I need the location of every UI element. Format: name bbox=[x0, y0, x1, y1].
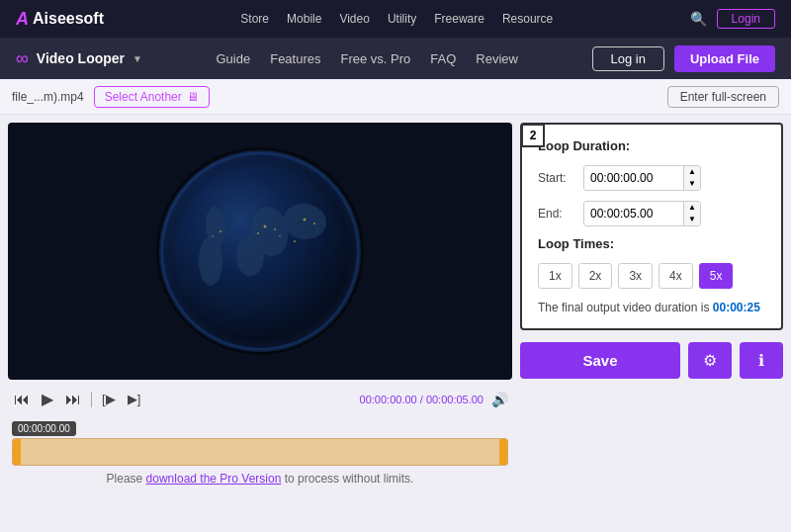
earth-svg bbox=[151, 142, 369, 360]
nav-free-vs-pro[interactable]: Free vs. Pro bbox=[341, 51, 411, 66]
loop-3x-button[interactable]: 3x bbox=[618, 263, 653, 289]
video-controls: ⏮ ▶ ⏭ [▶ ▶] 00:00:00.00 / 00:00:05.00 🔊 bbox=[8, 386, 512, 412]
loop-times-section: Loop Times: 1x 2x 3x 4x 5x bbox=[538, 236, 765, 289]
top-nav-links: Store Mobile Video Utility Freeware Reso… bbox=[240, 12, 553, 26]
mark-out-button[interactable]: ▶] bbox=[126, 390, 143, 408]
app-title: Video Looper bbox=[37, 50, 125, 66]
play-button[interactable]: ▶ bbox=[40, 388, 55, 410]
step-badge: 2 bbox=[521, 124, 545, 147]
total-time: 00:00:05.00 bbox=[426, 394, 483, 405]
loop-4x-button[interactable]: 4x bbox=[659, 263, 693, 289]
login-button-2[interactable]: Log in bbox=[592, 46, 664, 71]
select-another-label: Select Another bbox=[105, 90, 182, 104]
nav-review[interactable]: Review bbox=[476, 51, 518, 66]
start-spinners: ▲ ▼ bbox=[683, 166, 700, 190]
loop-2x-button[interactable]: 2x bbox=[578, 263, 613, 289]
control-divider bbox=[91, 392, 92, 407]
loop-times-buttons: 1x 2x 3x 4x 5x bbox=[538, 263, 765, 289]
loop-5x-button[interactable]: 5x bbox=[699, 263, 734, 289]
loop-settings-box: 2 Loop Duration: Start: ▲ ▼ End: ▲ bbox=[520, 123, 783, 330]
nav-faq[interactable]: FAQ bbox=[430, 51, 456, 66]
skip-back-button[interactable]: ⏮ bbox=[12, 389, 32, 410]
start-input-wrap: ▲ ▼ bbox=[583, 165, 701, 191]
right-panel: 2 Loop Duration: Start: ▲ ▼ End: ▲ bbox=[520, 123, 783, 524]
settings-icon-button[interactable]: ⚙ bbox=[688, 342, 732, 379]
top-nav-right: 🔍 Login bbox=[690, 9, 775, 29]
video-panel: ⏮ ▶ ⏭ [▶ ▶] 00:00:00.00 / 00:00:05.00 🔊 … bbox=[8, 123, 512, 524]
pro-notice-suffix: to process without limits. bbox=[281, 472, 413, 486]
monitor-icon: 🖥 bbox=[187, 90, 199, 104]
select-another-button[interactable]: Select Another 🖥 bbox=[94, 86, 210, 108]
end-spin-down[interactable]: ▼ bbox=[684, 214, 700, 225]
second-nav-left: ∞ Video Looper ▼ bbox=[16, 48, 142, 69]
logo: A Aiseesoft bbox=[16, 9, 104, 30]
end-label: End: bbox=[538, 207, 575, 221]
output-text: The final output video duration is bbox=[538, 301, 709, 314]
start-row: Start: ▲ ▼ bbox=[538, 165, 765, 191]
timeline-track[interactable] bbox=[12, 438, 508, 466]
nav-utility[interactable]: Utility bbox=[388, 12, 416, 26]
file-name: file_...m).mp4 bbox=[12, 90, 84, 104]
login-button[interactable]: Login bbox=[717, 9, 775, 29]
nav-store[interactable]: Store bbox=[240, 12, 269, 26]
search-icon[interactable]: 🔍 bbox=[690, 11, 707, 27]
info-icon-button[interactable]: ℹ bbox=[740, 342, 783, 379]
nav-video[interactable]: Video bbox=[339, 12, 369, 26]
nav-resource[interactable]: Resource bbox=[502, 12, 553, 26]
main-toolbar: file_...m).mp4 Select Another 🖥 Enter fu… bbox=[0, 79, 791, 115]
top-nav: A Aiseesoft Store Mobile Video Utility F… bbox=[0, 0, 791, 38]
start-input[interactable] bbox=[584, 167, 683, 189]
loop-1x-button[interactable]: 1x bbox=[538, 263, 572, 289]
timeline-handle-left[interactable] bbox=[13, 439, 21, 465]
video-container bbox=[8, 123, 512, 380]
current-time: 00:00:00.00 bbox=[360, 394, 417, 405]
content-area: ⏮ ▶ ⏭ [▶ ▶] 00:00:00.00 / 00:00:05.00 🔊 … bbox=[0, 115, 791, 532]
mark-in-button[interactable]: [▶ bbox=[100, 390, 118, 408]
save-button[interactable]: Save bbox=[520, 342, 680, 379]
second-nav-right: Log in Upload File bbox=[592, 45, 775, 72]
loop-times-title: Loop Times: bbox=[538, 236, 765, 251]
time-display: 00:00:00.00 / 00:00:05.00 bbox=[360, 394, 483, 405]
start-spin-up[interactable]: ▲ bbox=[684, 166, 700, 178]
pro-notice: Please download the Pro Version to proce… bbox=[8, 472, 512, 486]
timeline-area: 00:00:00.00 bbox=[8, 418, 512, 466]
end-input[interactable] bbox=[584, 203, 683, 224]
time-marker: 00:00:00.00 bbox=[12, 421, 76, 436]
output-time: 00:00:25 bbox=[713, 301, 760, 314]
info-icon: ℹ bbox=[758, 351, 764, 370]
output-duration: The final output video duration is 00:00… bbox=[538, 301, 765, 314]
end-spinners: ▲ ▼ bbox=[683, 202, 700, 225]
infinity-icon: ∞ bbox=[16, 48, 29, 69]
end-row: End: ▲ ▼ bbox=[538, 201, 765, 226]
second-nav-links: Guide Features Free vs. Pro FAQ Review bbox=[217, 51, 518, 66]
dropdown-arrow-icon[interactable]: ▼ bbox=[132, 53, 142, 64]
end-input-wrap: ▲ ▼ bbox=[583, 201, 701, 226]
nav-freeware[interactable]: Freeware bbox=[434, 12, 484, 26]
start-label: Start: bbox=[538, 171, 575, 185]
pro-notice-prefix: Please bbox=[107, 472, 146, 486]
volume-icon[interactable]: 🔊 bbox=[491, 392, 508, 407]
nav-features[interactable]: Features bbox=[270, 51, 320, 66]
skip-forward-button[interactable]: ⏭ bbox=[63, 389, 83, 410]
save-area: Save ⚙ ℹ bbox=[520, 342, 783, 379]
toolbar-left: file_...m).mp4 Select Another 🖥 bbox=[12, 86, 210, 108]
logo-icon: A bbox=[16, 9, 29, 30]
end-spin-up[interactable]: ▲ bbox=[684, 202, 700, 214]
start-spin-down[interactable]: ▼ bbox=[684, 178, 700, 190]
earth-visual bbox=[8, 123, 512, 380]
gear-icon: ⚙ bbox=[703, 351, 717, 370]
nav-guide[interactable]: Guide bbox=[217, 51, 251, 66]
loop-duration-title: Loop Duration: bbox=[538, 138, 765, 153]
second-nav: ∞ Video Looper ▼ Guide Features Free vs.… bbox=[0, 38, 791, 79]
fullscreen-button[interactable]: Enter full-screen bbox=[667, 86, 779, 108]
nav-mobile[interactable]: Mobile bbox=[287, 12, 321, 26]
pro-version-link[interactable]: download the Pro Version bbox=[146, 472, 282, 486]
logo-text: Aiseesoft bbox=[33, 10, 104, 28]
time-separator: / bbox=[420, 394, 423, 405]
upload-file-button[interactable]: Upload File bbox=[674, 45, 775, 72]
timeline-handle-right[interactable] bbox=[499, 439, 507, 465]
